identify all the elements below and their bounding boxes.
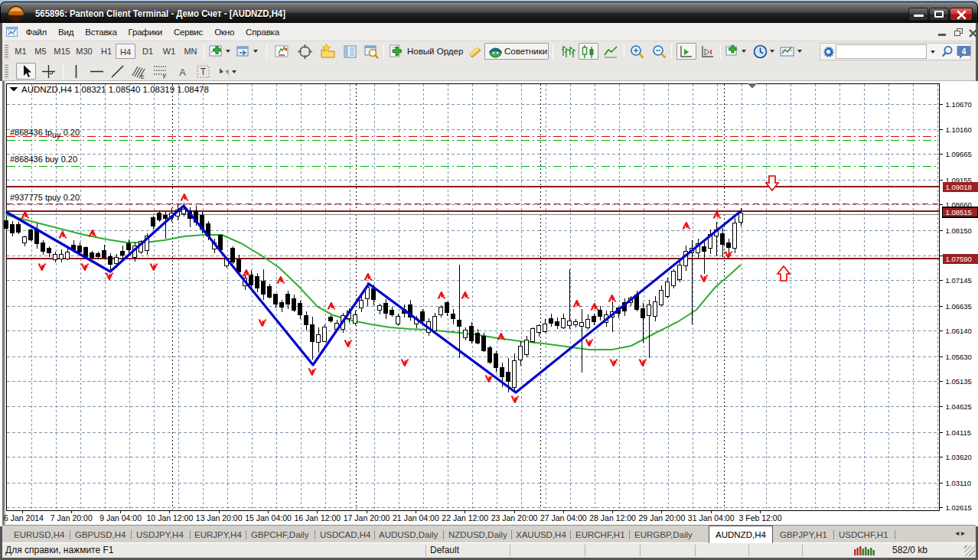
svg-text:1.04115: 1.04115 (946, 428, 972, 437)
svg-text:23 Jan 20:00: 23 Jan 20:00 (491, 513, 538, 523)
svg-text:31 Jan 04:00: 31 Jan 04:00 (688, 513, 735, 523)
svg-text:21 Jan 04:00: 21 Jan 04:00 (393, 513, 439, 523)
svg-text:A: A (179, 67, 186, 78)
svg-text:1.07145: 1.07145 (946, 276, 972, 285)
svg-text:1.03110: 1.03110 (946, 479, 972, 487)
svg-text:F: F (163, 74, 166, 80)
svg-text:1.09018: 1.09018 (946, 183, 972, 191)
svg-text:#937775 tpʋy 0.20: #937775 tpʋy 0.20 (10, 193, 80, 202)
svg-text:22 Jan 12:00: 22 Jan 12:00 (442, 513, 488, 523)
svg-text:1.10160: 1.10160 (946, 125, 972, 134)
svg-text:4: 4 (962, 47, 967, 56)
svg-text:1.04625: 1.04625 (946, 402, 972, 411)
svg-text:27 Jan 04:00: 27 Jan 04:00 (540, 513, 587, 523)
svg-text:1.10670: 1.10670 (946, 100, 972, 109)
svg-text:29 Jan 20:00: 29 Jan 20:00 (639, 513, 686, 523)
svg-text:1.08515: 1.08515 (946, 208, 972, 217)
svg-text:10 Jan 12:00: 10 Jan 12:00 (147, 513, 194, 523)
svg-text:1.08150: 1.08150 (946, 226, 972, 235)
svg-text:3 Feb 12:00: 3 Feb 12:00 (738, 513, 781, 523)
svg-text:#868436 buy 0.20: #868436 buy 0.20 (10, 155, 77, 164)
svg-text:1.07590: 1.07590 (946, 255, 972, 263)
svg-text:13 Jan 20:00: 13 Jan 20:00 (196, 513, 243, 523)
svg-text:1.05630: 1.05630 (946, 353, 972, 361)
svg-text:1.02615: 1.02615 (946, 503, 972, 512)
svg-text:T: T (200, 67, 207, 77)
svg-text:1.06140: 1.06140 (946, 327, 972, 335)
svg-text:9 Jan 04:00: 9 Jan 04:00 (99, 513, 142, 523)
svg-text:1.03620: 1.03620 (946, 453, 972, 461)
svg-text:1.05135: 1.05135 (946, 377, 972, 386)
svg-text:28 Jan 12:00: 28 Jan 12:00 (589, 513, 636, 523)
svg-text:15 Jan 04:00: 15 Jan 04:00 (245, 513, 292, 523)
svg-text:1.06635: 1.06635 (946, 302, 972, 311)
svg-text:16 Jan 12:00: 16 Jan 12:00 (294, 513, 341, 523)
svg-text:E: E (141, 74, 145, 80)
svg-text:1.09665: 1.09665 (946, 150, 972, 158)
svg-text:6 Jan 2014: 6 Jan 2014 (4, 513, 44, 523)
svg-text:AUDNZD,H4 1.08321 1.08540 1.0: AUDNZD,H4 1.08321 1.08540 1.08319 1.0847… (21, 85, 209, 94)
svg-text:7 Jan 20:00: 7 Jan 20:00 (51, 513, 93, 523)
svg-text:17 Jan 20:00: 17 Jan 20:00 (344, 513, 390, 523)
